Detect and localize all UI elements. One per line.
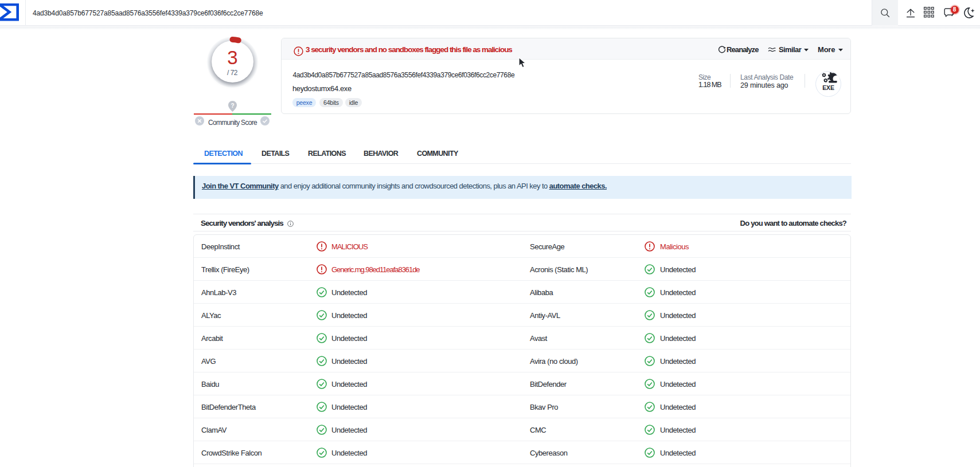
svg-text:?: ? <box>231 103 234 109</box>
